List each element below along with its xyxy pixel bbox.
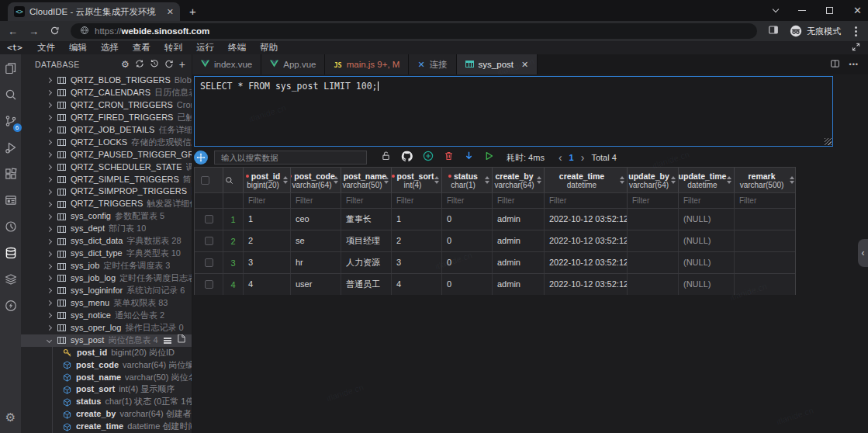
select-all-header-cell[interactable]	[195, 168, 223, 192]
filter-input-update_by[interactable]	[628, 193, 678, 208]
filter-input-post_name[interactable]	[341, 193, 391, 208]
db-settings-gear-icon[interactable]: ⚙	[121, 59, 130, 70]
chevron-right-icon[interactable]	[47, 127, 52, 133]
db-history-icon[interactable]	[150, 59, 159, 71]
column-header-post_code[interactable]: post_codevarchar(64)	[291, 168, 341, 192]
sort-arrows-icon[interactable]	[384, 176, 389, 184]
tree-item-sys_dict_data[interactable]: sys_dict_data字典数据表 28	[21, 235, 192, 248]
tree-item-QRTZ_BLOB_TRIGGERS[interactable]: QRTZ_BLOB_TRIGGERSBlob类型的...	[21, 74, 192, 87]
tab-close-icon[interactable]: ✕	[167, 7, 174, 17]
row-select-cell[interactable]	[195, 274, 223, 295]
column-header-update_time[interactable]: update_timedatetime	[679, 168, 735, 192]
resize-grip[interactable]	[825, 138, 832, 145]
chevron-right-icon[interactable]	[47, 288, 52, 293]
new-tab-button[interactable]: +	[189, 5, 196, 18]
filter-input-update_time[interactable]	[679, 193, 734, 208]
sort-arrows-icon[interactable]	[485, 176, 489, 184]
cell-post_id[interactable]: 1	[244, 209, 291, 230]
tab--[interactable]: ✕连接	[409, 54, 456, 74]
chevron-right-icon[interactable]	[47, 177, 52, 182]
tree-item-sys_config[interactable]: sys_config参数配置表 5	[21, 210, 192, 223]
column-header-post_sort[interactable]: post_sortint(4)	[392, 168, 442, 192]
cell-post_code[interactable]: ceo	[291, 209, 341, 230]
column-header-create_by[interactable]: create_byvarchar(64)	[493, 168, 545, 192]
chevron-right-icon[interactable]	[47, 227, 52, 232]
menu-item-3[interactable]: 查看	[126, 42, 157, 54]
chevron-right-icon[interactable]	[47, 325, 52, 331]
filter-input-post_id[interactable]	[244, 193, 290, 208]
tab-search-chevron-icon[interactable]	[773, 6, 779, 12]
tree-item-QRTZ_PAUSED_TRIGGER_GRPS[interactable]: QRTZ_PAUSED_TRIGGER_GRPS暂...	[21, 149, 192, 161]
download-arrow-icon[interactable]	[464, 151, 474, 165]
column-header-status[interactable]: statuschar(1)	[442, 168, 493, 192]
cell-update_by[interactable]	[628, 252, 679, 273]
run-debug-icon[interactable]	[3, 140, 19, 155]
chevron-right-icon[interactable]	[47, 263, 52, 268]
tree-item-QRTZ_LOCKS[interactable]: QRTZ_LOCKS存储的悲观锁信息表 2	[21, 137, 192, 149]
cell-create_time[interactable]: 2022-10-12 03:52:12	[545, 274, 628, 295]
chevron-right-icon[interactable]	[47, 78, 52, 83]
row-checkbox[interactable]	[205, 258, 213, 267]
site-info-globe-icon[interactable]	[80, 26, 89, 36]
move-handle-button[interactable]	[194, 151, 208, 165]
tree-column-post_name[interactable]: post_namevarchar(50) 岗位名称	[21, 372, 192, 384]
new-file-icon[interactable]	[178, 334, 185, 347]
extensions-icon[interactable]	[3, 166, 19, 182]
address-bar[interactable]: https://webide.sinosoft.com	[71, 23, 757, 39]
row-select-cell[interactable]	[195, 209, 223, 230]
window-maximize-button[interactable]	[826, 7, 833, 14]
cell-update_time[interactable]: (NULL)	[679, 230, 735, 251]
data-row[interactable]: 33hr人力资源30admin2022-10-12 03:52:12(NULL)	[195, 251, 795, 273]
tree-item-sys_oper_log[interactable]: sys_oper_log操作日志记录 0	[21, 322, 192, 334]
row-checkbox[interactable]	[205, 237, 213, 245]
fullscreen-icon[interactable]	[852, 43, 860, 53]
window-close-button[interactable]: ✕	[853, 5, 862, 16]
data-row[interactable]: 22se项目经理20admin2022-10-12 03:52:12(NULL)	[195, 230, 795, 251]
sort-arrows-icon[interactable]	[620, 176, 624, 184]
cell-status[interactable]: 0	[442, 230, 493, 251]
cell-update_by[interactable]	[628, 230, 679, 251]
tree-column-create_time[interactable]: create_timedatetime 创建时间	[21, 421, 192, 433]
sort-arrows-icon[interactable]	[671, 176, 676, 184]
sort-arrows-icon[interactable]	[537, 176, 541, 184]
cell-post_id[interactable]: 4	[244, 274, 291, 295]
reload-icon[interactable]	[50, 26, 60, 37]
cell-status[interactable]: 0	[442, 252, 493, 273]
cell-post_code[interactable]: hr	[291, 252, 341, 273]
forward-icon[interactable]: →	[29, 26, 39, 36]
open-data-icon[interactable]	[164, 338, 171, 344]
column-header-post_name[interactable]: post_namevarchar(50)	[341, 168, 392, 192]
cell-post_name[interactable]: 董事长	[341, 209, 392, 230]
cell-status[interactable]: 0	[442, 274, 493, 295]
menu-item-0[interactable]: 文件	[30, 42, 62, 54]
timer-icon[interactable]	[3, 219, 19, 234]
bolt-icon[interactable]	[3, 298, 19, 313]
cell-create_time[interactable]: 2022-10-12 03:52:12	[545, 230, 628, 251]
chevron-right-icon[interactable]	[47, 152, 52, 158]
delete-row-trash-icon[interactable]	[444, 151, 454, 165]
more-actions-icon[interactable]: •••	[849, 61, 859, 68]
cell-post_code[interactable]: user	[291, 274, 341, 295]
chevron-right-icon[interactable]	[47, 214, 52, 220]
cell-update_time[interactable]: (NULL)	[679, 209, 735, 230]
menu-item-6[interactable]: 终端	[221, 42, 253, 54]
cell-create_by[interactable]: admin	[493, 274, 545, 295]
split-editor-icon[interactable]	[830, 57, 840, 71]
browser-menu-icon[interactable]	[855, 30, 857, 33]
cell-post_code[interactable]: se	[291, 230, 341, 251]
chevron-right-icon[interactable]	[47, 102, 52, 108]
tree-item-QRTZ_CRON_TRIGGERS[interactable]: QRTZ_CRON_TRIGGERSCron类型...	[21, 99, 192, 112]
tab-sys_post[interactable]: sys_post✕	[457, 54, 538, 74]
chevron-right-icon[interactable]	[47, 251, 52, 257]
cell-create_time[interactable]: 2022-10-12 03:52:12	[545, 209, 628, 230]
sort-arrows-icon[interactable]	[283, 176, 288, 184]
sort-arrows-icon[interactable]	[434, 176, 439, 184]
tab-main-js-9-M[interactable]: JSmain.js 9+, M	[325, 54, 409, 74]
cell-create_by[interactable]: admin	[493, 230, 545, 251]
tab-index-vue[interactable]: index.vue	[192, 54, 261, 74]
layers-icon[interactable]	[3, 272, 19, 287]
menu-item-1[interactable]: 编辑	[62, 42, 94, 54]
chevron-right-icon[interactable]	[47, 239, 52, 244]
chevron-right-icon[interactable]	[47, 202, 52, 207]
chevron-right-icon[interactable]	[47, 165, 52, 170]
